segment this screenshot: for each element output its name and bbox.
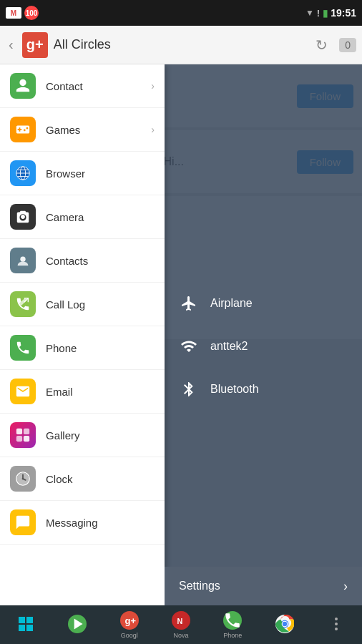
svg-rect-10 bbox=[16, 436, 22, 441]
menu-label-contacts: Contacts bbox=[46, 255, 155, 267]
signal-icon: ▼ bbox=[305, 8, 314, 18]
calllog-icon bbox=[10, 291, 36, 317]
refresh-button[interactable]: ↻ bbox=[310, 34, 333, 57]
right-panel: Airplane anttek2 Bluetooth bbox=[165, 64, 362, 567]
menu-dots-icon bbox=[326, 614, 346, 634]
chrome-icon bbox=[275, 614, 295, 634]
wifi-icon bbox=[179, 336, 199, 356]
menu-item-gallery[interactable]: Gallery bbox=[0, 414, 165, 457]
bottom-item-phone-bottom[interactable]: Phone bbox=[207, 610, 258, 639]
gplus-logo: g+ bbox=[22, 32, 48, 58]
settings-arrow-icon: › bbox=[343, 579, 348, 594]
gplus-bottom-icon: g+ bbox=[119, 610, 140, 630]
menu-label-camera: Camera bbox=[46, 211, 155, 223]
menu-label-games: Games bbox=[46, 124, 141, 136]
notification-badge: 100 bbox=[24, 6, 39, 20]
menu-label-clock: Clock bbox=[46, 473, 155, 485]
menu-item-phone[interactable]: Phone bbox=[0, 326, 165, 370]
left-menu: Contact › Games › bbox=[0, 64, 165, 605]
menu-item-contact[interactable]: Contact › bbox=[0, 64, 165, 108]
menu-label-contact: Contact bbox=[46, 80, 141, 92]
svg-text:N: N bbox=[177, 617, 183, 625]
menu-label-email: Email bbox=[46, 386, 155, 398]
bottom-item-windows[interactable] bbox=[0, 614, 52, 635]
svg-point-31 bbox=[335, 618, 338, 620]
svg-text:g+: g+ bbox=[124, 615, 136, 626]
bottom-item-gplus[interactable]: g+ Googl bbox=[104, 610, 155, 639]
menu-item-games[interactable]: Games › bbox=[0, 108, 165, 152]
menu-label-phone: Phone bbox=[46, 342, 155, 354]
airplane-icon bbox=[179, 293, 199, 313]
status-right: ▼ ! ▮ 19:51 bbox=[305, 7, 356, 19]
bottom-item-nova[interactable]: N Nova bbox=[155, 610, 207, 639]
svg-point-6 bbox=[20, 257, 25, 262]
bottom-label-phone: Phone bbox=[223, 632, 242, 639]
sim-icon: ! bbox=[317, 8, 320, 19]
svg-rect-17 bbox=[19, 617, 25, 623]
bottom-label-nova: Nova bbox=[173, 632, 188, 639]
browser-icon bbox=[10, 160, 36, 186]
bottom-label-gplus: Googl bbox=[121, 632, 138, 639]
time-display: 19:51 bbox=[331, 7, 356, 19]
nova-icon: N bbox=[171, 610, 191, 630]
svg-point-30 bbox=[282, 622, 287, 627]
panel-label-bluetooth: Bluetooth bbox=[210, 383, 259, 396]
panel-item-airplane[interactable]: Airplane bbox=[165, 282, 362, 325]
bottom-item-play[interactable] bbox=[52, 614, 103, 635]
menu-label-messaging: Messaging bbox=[46, 517, 155, 529]
camera-icon bbox=[10, 204, 36, 230]
gmail-icon: M bbox=[6, 7, 21, 19]
menu-label-calllog: Call Log bbox=[46, 298, 155, 311]
count-badge: 0 bbox=[339, 38, 356, 52]
bluetooth-icon bbox=[179, 379, 199, 399]
clock-icon bbox=[10, 466, 36, 492]
menu-item-calllog[interactable]: Call Log bbox=[0, 283, 165, 326]
svg-rect-18 bbox=[26, 617, 33, 623]
games-arrow-icon: › bbox=[151, 124, 155, 135]
contacts-icon bbox=[10, 248, 36, 273]
main-content: Ashley Tisdale Follow EPIC RAP Epic Rap … bbox=[0, 64, 362, 605]
menu-item-messaging[interactable]: Messaging bbox=[0, 501, 165, 545]
panel-label-wifi: anttek2 bbox=[210, 340, 248, 353]
games-icon bbox=[10, 117, 36, 142]
panel-item-wifi[interactable]: anttek2 bbox=[165, 325, 362, 368]
svg-point-32 bbox=[335, 623, 338, 625]
bottom-item-chrome[interactable] bbox=[258, 614, 310, 635]
menu-item-browser[interactable]: Browser bbox=[0, 152, 165, 195]
contact-icon bbox=[10, 73, 36, 99]
panel-item-bluetooth[interactable]: Bluetooth bbox=[165, 368, 362, 411]
email-icon bbox=[10, 379, 36, 404]
bottom-nav-bar: g+ Googl N Nova Phone bbox=[0, 605, 362, 644]
menu-item-camera[interactable]: Camera bbox=[0, 195, 165, 239]
svg-rect-11 bbox=[24, 436, 29, 441]
menu-item-email[interactable]: Email bbox=[0, 370, 165, 414]
svg-point-16 bbox=[22, 478, 24, 480]
gallery-icon bbox=[10, 422, 36, 448]
settings-bar[interactable]: Settings › bbox=[165, 567, 362, 605]
phone-icon bbox=[10, 335, 36, 361]
svg-rect-20 bbox=[26, 625, 33, 631]
menu-item-contacts[interactable]: Contacts bbox=[0, 239, 165, 283]
svg-rect-9 bbox=[24, 429, 29, 434]
play-icon bbox=[67, 614, 87, 634]
windows-icon bbox=[16, 614, 36, 634]
phone-bottom-icon bbox=[222, 610, 243, 630]
svg-rect-19 bbox=[19, 625, 25, 631]
svg-point-33 bbox=[335, 628, 338, 630]
back-button[interactable]: ‹ bbox=[6, 34, 16, 56]
menu-item-clock[interactable]: Clock bbox=[0, 457, 165, 501]
menu-label-gallery: Gallery bbox=[46, 429, 155, 441]
contact-arrow-icon: › bbox=[151, 80, 155, 92]
menu-label-browser: Browser bbox=[46, 167, 155, 180]
status-left: M 100 bbox=[6, 6, 39, 20]
battery-icon: ▮ bbox=[323, 8, 328, 19]
panel-label-airplane: Airplane bbox=[210, 297, 253, 310]
status-bar: M 100 ▼ ! ▮ 19:51 bbox=[0, 0, 362, 26]
settings-label: Settings bbox=[179, 580, 220, 592]
app-title: All Circles bbox=[54, 37, 305, 52]
svg-rect-8 bbox=[16, 429, 22, 434]
messaging-icon bbox=[10, 509, 36, 535]
bottom-item-menu[interactable] bbox=[310, 614, 362, 635]
app-bar: ‹ g+ All Circles ↻ 0 bbox=[0, 26, 362, 64]
